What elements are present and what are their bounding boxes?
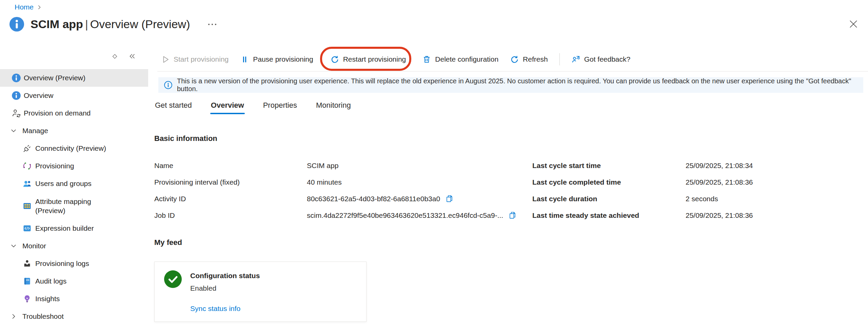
insights-icon xyxy=(22,294,32,304)
more-options-icon[interactable] xyxy=(206,19,218,30)
info-value: 25/09/2025, 21:08:34 xyxy=(686,162,753,170)
tab-monitoring[interactable]: Monitoring xyxy=(315,101,352,114)
chevron-right-icon xyxy=(10,313,17,320)
refresh-icon xyxy=(510,55,519,64)
delete-configuration-button[interactable]: Delete configuration xyxy=(422,55,498,64)
sidebar-item-attribute-mapping-preview-[interactable]: Attribute mapping (Preview) xyxy=(0,192,148,220)
info-outline-icon xyxy=(164,81,173,89)
sidebar-group-monitor[interactable]: Monitor xyxy=(0,237,148,255)
configuration-status-card: Configuration status Enabled Sync status… xyxy=(154,262,367,322)
toolbar-button-label: Start provisioning xyxy=(174,55,229,63)
sidebar-item-label: Insights xyxy=(35,294,60,303)
provisioning-icon xyxy=(22,161,32,171)
info-value: 25/09/2025, 21:08:36 xyxy=(686,178,753,186)
info-value: SCIM app xyxy=(307,162,532,170)
refresh-button[interactable]: Refresh xyxy=(510,55,548,64)
view-name: Overview (Preview) xyxy=(90,18,190,30)
sidebar-item-provisioning-logs[interactable]: Provisioning logs xyxy=(0,255,148,272)
breadcrumb-home-link[interactable]: Home xyxy=(15,3,34,11)
sidebar-group-manage[interactable]: Manage xyxy=(0,122,148,140)
chevron-down-icon xyxy=(10,243,17,249)
collapse-sidebar-icon[interactable] xyxy=(128,52,136,60)
sidebar-item-label: Provisioning logs xyxy=(35,259,89,268)
pause-provisioning-button[interactable]: Pause provisioning xyxy=(240,55,313,64)
info-banner-text: This is a new version of the provisionin… xyxy=(177,77,858,93)
info-value-text: 80c63621-62a5-4d03-bf82-6a6811e0b3a0 xyxy=(307,195,440,203)
tab-get-started[interactable]: Get started xyxy=(154,101,193,114)
page-title: SCIM app|Overview (Preview) xyxy=(31,18,190,31)
copy-icon[interactable] xyxy=(445,194,454,203)
info-label: Activity ID xyxy=(154,195,307,203)
info-label: Name xyxy=(154,162,307,170)
toolbar-button-label: Got feedback? xyxy=(584,55,631,63)
status-value: Enabled xyxy=(190,284,260,292)
sidebar-item-audit-logs[interactable]: Audit logs xyxy=(0,272,148,290)
main-panel: Start provisioningPause provisioningRest… xyxy=(148,47,868,332)
tab-overview[interactable]: Overview xyxy=(210,101,245,114)
resize-handle-icon[interactable] xyxy=(112,54,118,59)
info-icon xyxy=(12,73,21,83)
sidebar: Overview (Preview)OverviewProvision on d… xyxy=(0,47,148,332)
info-label: Last cycle completed time xyxy=(532,178,686,186)
sidebar-item-overview[interactable]: Overview xyxy=(0,87,148,104)
feedback-icon xyxy=(571,55,580,64)
info-label: Last time steady state achieved xyxy=(532,211,686,220)
info-banner: This is a new version of the provisionin… xyxy=(158,77,863,93)
sidebar-item-label: Attribute mapping (Preview) xyxy=(35,197,105,215)
sidebar-item-provision-on-demand[interactable]: Provision on demand xyxy=(0,104,148,122)
info-value: 40 minutes xyxy=(307,178,532,186)
toolbar-button-label: Pause provisioning xyxy=(253,55,313,63)
delete-icon xyxy=(422,55,431,64)
sidebar-tools xyxy=(112,52,136,60)
info-value: scim.4da2272f9f5e40be963463620e513321.ec… xyxy=(307,211,532,220)
pause-icon xyxy=(240,55,249,64)
close-icon[interactable] xyxy=(848,19,859,29)
info-label: Last cycle duration xyxy=(532,195,686,203)
chevron-down-icon xyxy=(10,127,17,134)
expression-builder-icon xyxy=(22,224,32,233)
sync-status-info-link[interactable]: Sync status info xyxy=(190,305,240,313)
toolbar-divider xyxy=(157,71,868,71)
sidebar-nav: Overview (Preview)OverviewProvision on d… xyxy=(0,69,148,325)
app-name: SCIM app xyxy=(31,18,83,30)
info-label: Last cycle start time xyxy=(532,162,686,170)
sidebar-item-users-and-groups[interactable]: Users and groups xyxy=(0,175,148,192)
basic-information-grid: NameSCIM appLast cycle start time25/09/2… xyxy=(154,157,753,224)
sidebar-item-expression-builder[interactable]: Expression builder xyxy=(0,220,148,237)
tab-properties[interactable]: Properties xyxy=(262,101,298,114)
toolbar-separator xyxy=(559,53,560,65)
sidebar-item-connectivity-preview-[interactable]: Connectivity (Preview) xyxy=(0,140,148,157)
users-groups-icon xyxy=(22,179,32,188)
provision-on-demand-icon xyxy=(12,108,21,118)
card-title: Configuration status xyxy=(190,272,260,280)
sidebar-item-label: Overview (Preview) xyxy=(24,73,85,82)
info-value-text: scim.4da2272f9f5e40be963463620e513321.ec… xyxy=(307,211,503,220)
configuration-status-row: Configuration status Enabled xyxy=(164,270,366,292)
sidebar-item-label: Overview xyxy=(24,91,54,100)
check-circle-icon xyxy=(164,270,182,288)
sidebar-item-insights[interactable]: Insights xyxy=(0,290,148,308)
breadcrumb: Home xyxy=(15,3,42,11)
info-value: 2 seconds xyxy=(686,195,753,203)
sidebar-item-provisioning[interactable]: Provisioning xyxy=(0,157,148,175)
provisioning-logs-icon xyxy=(22,259,32,268)
my-feed-heading: My feed xyxy=(154,238,182,247)
basic-information-heading: Basic information xyxy=(154,134,217,143)
page-header: SCIM app|Overview (Preview) xyxy=(9,16,218,32)
sidebar-item-label: Monitor xyxy=(22,241,46,250)
sidebar-group-troubleshoot[interactable]: Troubleshoot xyxy=(0,308,148,325)
sidebar-item-label: Manage xyxy=(22,126,48,135)
info-value: 25/09/2025, 21:08:36 xyxy=(686,211,753,220)
toolbar-button-label: Refresh xyxy=(523,55,548,63)
toolbar-button-label: Restart provisioning xyxy=(343,55,406,63)
restart-provisioning-button[interactable]: Restart provisioning xyxy=(330,55,406,64)
sidebar-item-overview-preview-[interactable]: Overview (Preview) xyxy=(0,69,148,87)
copy-icon[interactable] xyxy=(508,211,517,220)
toolbar-button-label: Delete configuration xyxy=(435,55,498,63)
start-provisioning-button[interactable]: Start provisioning xyxy=(161,55,229,64)
command-bar: Start provisioningPause provisioningRest… xyxy=(148,47,868,71)
info-label: Job ID xyxy=(154,211,307,220)
got-feedback--button[interactable]: Got feedback? xyxy=(571,55,631,64)
sidebar-item-label: Troubleshoot xyxy=(22,312,64,321)
sidebar-item-label: Expression builder xyxy=(35,224,94,233)
